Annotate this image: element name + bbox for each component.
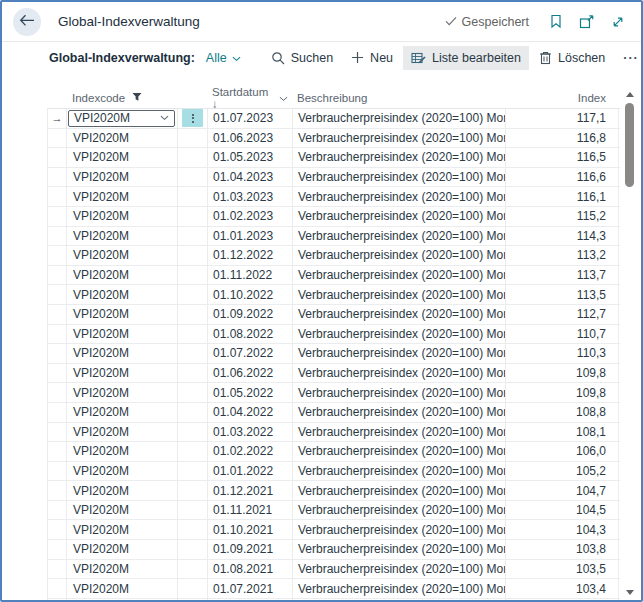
cell-beschreibung[interactable]: Verbraucherpreisindex (2020=100) Monatsw… [293,520,506,539]
cell-index[interactable]: 114,3 [506,227,619,246]
delete-button[interactable]: Löschen [531,46,613,70]
column-header-index[interactable]: Index [505,92,618,104]
cell-index[interactable]: 103,4 [506,579,619,598]
table-row[interactable]: VPI2020M 01.03.2023 Verbraucherpreisinde… [47,187,620,207]
table-row[interactable]: VPI2020M 01.09.2021 Verbraucherpreisinde… [47,540,620,560]
indexcode-combobox[interactable]: VPI2020M [73,423,177,442]
cell-index[interactable]: 113,7 [506,266,619,285]
cell-startdatum[interactable]: 01.03.2023 [208,187,293,206]
cell-indexcode[interactable]: VPI2020M [67,344,178,363]
cell-startdatum[interactable]: 01.08.2021 [208,560,293,579]
column-header-startdatum[interactable]: Startdatum ↓ [207,86,292,110]
cell-startdatum[interactable]: 01.11.2022 [208,266,293,285]
cell-beschreibung[interactable]: Verbraucherpreisindex (2020=100) Monatsw… [293,364,506,383]
table-row[interactable]: VPI2020M 01.02.2022 Verbraucherpreisinde… [47,442,620,462]
cell-indexcode[interactable]: VPI2020M [67,403,178,422]
cell-beschreibung[interactable]: Verbraucherpreisindex (2020=100) Monatsw… [293,129,506,148]
cell-beschreibung[interactable]: Verbraucherpreisindex (2020=100) Monatsw… [293,227,506,246]
cell-indexcode[interactable]: VPI2020M [67,227,178,246]
table-row[interactable]: VPI2020M 01.12.2022 Verbraucherpreisinde… [47,246,620,266]
open-window-icon[interactable] [579,15,594,29]
cell-indexcode[interactable]: VPI2020M [67,364,178,383]
cell-index[interactable]: 104,3 [506,520,619,539]
edit-list-button[interactable]: Liste bearbeiten [403,46,529,70]
cell-startdatum[interactable]: 01.05.2023 [208,148,293,167]
table-row[interactable]: VPI2020M 01.12.2021 Verbraucherpreisinde… [47,481,620,501]
cell-index[interactable]: 110,7 [506,325,619,344]
search-button[interactable]: Suchen [263,46,341,70]
cell-beschreibung[interactable]: Verbraucherpreisindex (2020=100) Monatsw… [293,462,506,481]
table-row[interactable]: → VPI2020M 01.07.2023 Verbraucherpreisin… [47,109,620,129]
indexcode-combobox[interactable]: VPI2020M [73,364,177,383]
cell-beschreibung[interactable]: Verbraucherpreisindex (2020=100) Monatsw… [293,148,506,167]
cell-beschreibung[interactable]: Verbraucherpreisindex (2020=100) Monatsw… [293,560,506,579]
back-button[interactable] [13,8,41,36]
indexcode-combobox[interactable]: VPI2020M [73,403,177,422]
cell-indexcode[interactable]: VPI2020M [67,579,178,598]
cell-beschreibung[interactable]: Verbraucherpreisindex (2020=100) Monatsw… [293,481,506,500]
indexcode-combobox[interactable]: VPI2020M [73,246,177,265]
table-row[interactable]: VPI2020M 01.06.2023 Verbraucherpreisinde… [47,129,620,149]
cell-startdatum[interactable]: 01.07.2022 [208,344,293,363]
cell-startdatum[interactable]: 01.07.2021 [208,579,293,598]
table-row[interactable]: VPI2020M 01.03.2022 Verbraucherpreisinde… [47,423,620,443]
cell-startdatum[interactable]: 01.02.2023 [208,207,293,226]
column-chevron-icon[interactable] [279,92,288,104]
new-button[interactable]: Neu [343,46,401,70]
cell-index[interactable]: 108,1 [506,423,619,442]
cell-index[interactable]: 116,6 [506,168,619,187]
cell-indexcode[interactable]: VPI2020M [67,305,178,324]
cell-indexcode[interactable]: VPI2020M [67,501,178,520]
cell-beschreibung[interactable]: Verbraucherpreisindex (2020=100) Monatsw… [293,187,506,206]
indexcode-combobox[interactable]: VPI2020M [73,305,177,324]
cell-indexcode[interactable]: VPI2020M [67,129,178,148]
cell-index[interactable]: 103,8 [506,540,619,559]
cell-indexcode[interactable]: VPI2020M [67,442,178,461]
view-filter-dropdown[interactable]: Alle [206,51,241,65]
cell-beschreibung[interactable]: Verbraucherpreisindex (2020=100) Monatsw… [293,423,506,442]
table-row[interactable]: VPI2020M 01.07.2022 Verbraucherpreisinde… [47,344,620,364]
indexcode-combobox[interactable]: VPI2020M [68,110,175,127]
scroll-up-icon[interactable] [626,92,634,97]
cell-indexcode[interactable]: VPI2020M [67,462,178,481]
cell-beschreibung[interactable]: Verbraucherpreisindex (2020=100) Monatsw… [293,403,506,422]
table-row[interactable]: VPI2020M 01.11.2021 Verbraucherpreisinde… [47,501,620,521]
cell-index[interactable]: 116,5 [506,148,619,167]
table-row[interactable]: VPI2020M 01.04.2022 Verbraucherpreisinde… [47,403,620,423]
column-header-beschreibung[interactable]: Beschreibung [292,92,505,104]
scroll-down-icon[interactable] [626,590,634,595]
indexcode-combobox[interactable]: VPI2020M [73,501,177,520]
cell-index[interactable]: 117,1 [506,109,619,128]
indexcode-combobox[interactable]: VPI2020M [73,325,177,344]
table-row[interactable]: VPI2020M 01.08.2021 Verbraucherpreisinde… [47,560,620,580]
cell-beschreibung[interactable]: Verbraucherpreisindex (2020=100) Monatsw… [293,344,506,363]
cell-indexcode[interactable]: VPI2020M [67,187,178,206]
indexcode-combobox[interactable]: VPI2020M [73,383,177,402]
cell-beschreibung[interactable]: Verbraucherpreisindex (2020=100) Monatsw… [293,325,506,344]
cell-startdatum[interactable]: 01.04.2023 [208,168,293,187]
indexcode-combobox[interactable]: VPI2020M [73,344,177,363]
indexcode-combobox[interactable]: VPI2020M [73,129,177,148]
table-row[interactable]: VPI2020M 01.08.2022 Verbraucherpreisinde… [47,325,620,345]
cell-startdatum[interactable]: 01.06.2023 [208,129,293,148]
cell-startdatum[interactable]: 01.01.2023 [208,227,293,246]
indexcode-combobox[interactable]: VPI2020M [73,187,177,206]
cell-beschreibung[interactable]: Verbraucherpreisindex (2020=100) Monatsw… [293,305,506,324]
cell-beschreibung[interactable]: Verbraucherpreisindex (2020=100) Monatsw… [293,442,506,461]
table-row[interactable]: VPI2020M 01.05.2023 Verbraucherpreisinde… [47,148,620,168]
indexcode-combobox[interactable]: VPI2020M [73,207,177,226]
indexcode-combobox[interactable]: VPI2020M [73,560,177,579]
cell-beschreibung[interactable]: Verbraucherpreisindex (2020=100) Monatsw… [293,168,506,187]
cell-indexcode[interactable]: VPI2020M [67,520,178,539]
indexcode-combobox[interactable]: VPI2020M [73,540,177,559]
cell-beschreibung[interactable]: Verbraucherpreisindex (2020=100) Monatsw… [293,285,506,304]
cell-startdatum[interactable]: 01.04.2022 [208,403,293,422]
table-row[interactable]: VPI2020M 01.07.2021 Verbraucherpreisinde… [47,579,620,599]
cell-startdatum[interactable]: 01.03.2022 [208,423,293,442]
cell-index[interactable]: 106,0 [506,442,619,461]
cell-beschreibung[interactable]: Verbraucherpreisindex (2020=100) Monatsw… [293,383,506,402]
cell-indexcode[interactable]: VPI2020M [67,325,178,344]
cell-beschreibung[interactable]: Verbraucherpreisindex (2020=100) Monatsw… [293,207,506,226]
cell-index[interactable]: 104,5 [506,501,619,520]
cell-startdatum[interactable]: 01.02.2022 [208,442,293,461]
